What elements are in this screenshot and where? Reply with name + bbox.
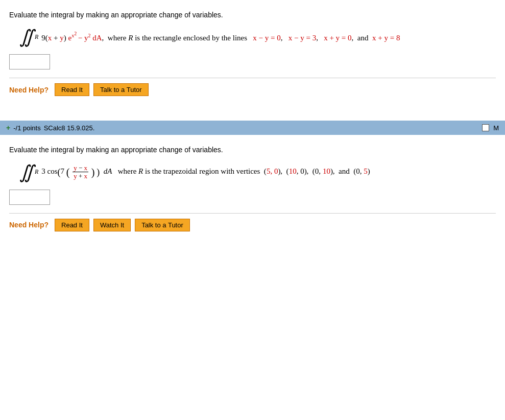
subscript-r-2: R — [35, 167, 38, 178]
need-help-row-1: Need Help? Read It Talk to a Tutor — [9, 83, 496, 96]
divider-1 — [9, 78, 496, 78]
points-bar-2: + -/1 points SCalc8 15.9.025. M — [0, 121, 505, 135]
talk-tutor-btn-1[interactable]: Talk to a Tutor — [93, 83, 149, 96]
divider-2 — [9, 213, 496, 214]
need-help-label-1: Need Help? — [9, 86, 49, 94]
formula-1-text: 9(x + y) ex2 − y2 dA, where R is the rec… — [41, 29, 400, 45]
read-it-btn-2[interactable]: Read It — [55, 219, 89, 231]
double-integral-symbol-1: ∬ — [19, 28, 34, 46]
points-label-2: -/1 points — [13, 124, 40, 132]
answer-input-2[interactable] — [9, 190, 50, 205]
watch-it-btn-2[interactable]: Watch It — [93, 219, 131, 231]
math-formula-1: ∬ R 9(x + y) ex2 − y2 dA, where R is the… — [19, 28, 496, 46]
checkbox-icon — [482, 124, 489, 131]
talk-tutor-btn-2[interactable]: Talk to a Tutor — [135, 219, 190, 231]
problem-2-section: Evaluate the integral by making an appro… — [0, 135, 505, 240]
need-help-label-2: Need Help? — [9, 221, 49, 229]
course-label-2: SCalc8 15.9.025. — [44, 124, 95, 132]
m-label: M — [493, 124, 499, 132]
math-formula-2: ∬ R 3 cos(7 ( y − x y + x ) ) dA where R… — [19, 163, 496, 181]
instruction-text-1: Evaluate the integral by making an appro… — [9, 11, 223, 19]
points-bar-right: M — [482, 124, 499, 132]
plus-icon: + — [6, 124, 10, 132]
instruction-text-2: Evaluate the integral by making an appro… — [9, 146, 223, 154]
read-it-btn-1[interactable]: Read It — [55, 83, 89, 96]
problem-1-instruction: Evaluate the integral by making an appro… — [9, 9, 496, 20]
problem-1-section: Evaluate the integral by making an appro… — [0, 0, 505, 105]
answer-input-1[interactable] — [9, 54, 50, 69]
subscript-r-1: R — [35, 32, 38, 43]
spacer — [0, 105, 505, 121]
need-help-row-2: Need Help? Read It Watch It Talk to a Tu… — [9, 219, 496, 231]
formula-2-text: 3 cos(7 ( y − x y + x ) ) dA where R is … — [41, 163, 370, 181]
problem-2-instruction: Evaluate the integral by making an appro… — [9, 144, 496, 155]
double-integral-symbol-2: ∬ — [19, 163, 34, 181]
points-bar-left: + -/1 points SCalc8 15.9.025. — [6, 124, 94, 132]
